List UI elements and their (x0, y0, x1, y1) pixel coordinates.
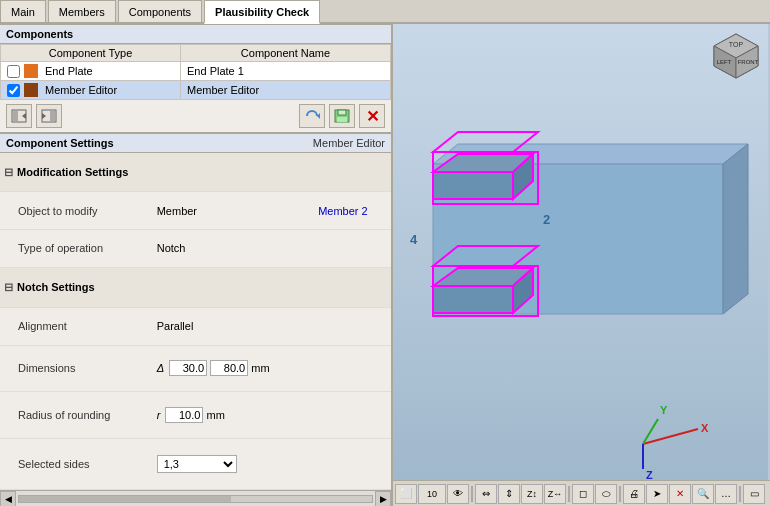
save-button[interactable] (329, 104, 355, 128)
svg-text:LEFT: LEFT (717, 59, 732, 65)
cursor-button[interactable]: ✕ (669, 484, 691, 504)
group-notch: ⊟ Notch Settings (0, 267, 391, 307)
tabs-bar: Main Members Components Plausibility Che… (0, 0, 770, 24)
prop-object-label: Object to modify (0, 192, 153, 230)
col-name-header: Component Name (181, 45, 391, 62)
zoom-button[interactable]: 🔍 (692, 484, 714, 504)
setting-row-alignment: Alignment Parallel (0, 307, 391, 345)
frame-button[interactable]: ⬜ (395, 484, 417, 504)
settings-table: ⊟ Modification Settings Object to modify… (0, 153, 391, 490)
radius-input[interactable] (165, 407, 203, 423)
tab-main[interactable]: Main (0, 0, 46, 22)
settings-header: Component Settings Member Editor (0, 133, 391, 153)
setting-row-operation: Type of operation Notch (0, 230, 391, 268)
sides-select[interactable]: 1,3 (157, 455, 237, 473)
cylinder-button[interactable]: ⬭ (595, 484, 617, 504)
z-layer2-button[interactable]: Z↔ (544, 484, 566, 504)
nav-cube[interactable]: TOP LEFT FRONT (712, 32, 760, 80)
prop-object-value: Member (153, 192, 314, 230)
tab-members[interactable]: Members (48, 0, 116, 22)
svg-text:2: 2 (543, 212, 550, 227)
svg-text:FRONT: FRONT (738, 59, 759, 65)
arrow-right-button[interactable]: ➤ (646, 484, 668, 504)
group-modification: ⊟ Modification Settings (0, 153, 391, 192)
expand-modification-icon[interactable]: ⊟ (4, 166, 14, 179)
group-notch-label: Notch Settings (17, 281, 95, 293)
prop-alignment-label: Alignment (0, 307, 153, 345)
scroll-right-button[interactable]: ▶ (375, 491, 391, 507)
move-right-button[interactable] (36, 104, 62, 128)
icon-brown-1 (24, 83, 38, 97)
delta-symbol: Δ (157, 362, 164, 374)
delete-button[interactable]: ✕ (359, 104, 385, 128)
separator-2 (568, 486, 570, 502)
dim-input-1[interactable] (169, 360, 207, 376)
left-panel: Components Component Type Component Name (0, 24, 393, 506)
settings-title: Component Settings (6, 137, 114, 149)
dim-input-2[interactable] (210, 360, 248, 376)
prop-sides-label: Selected sides (0, 438, 153, 489)
3d-scene: 4 2 X Y Z (393, 24, 768, 484)
components-section: Components Component Type Component Name (0, 24, 391, 133)
arrows-h-button[interactable]: ⇔ (475, 484, 497, 504)
checkbox-endplate[interactable] (7, 65, 20, 78)
group-modification-label: Modification Settings (17, 166, 128, 178)
prop-dimensions-value: Δ mm (153, 345, 314, 392)
svg-text:TOP: TOP (729, 41, 744, 48)
bottom-scrollbar[interactable]: ◀ ▶ (0, 490, 391, 506)
fullscreen-button[interactable]: ▭ (743, 484, 765, 504)
nav-cube-svg: TOP LEFT FRONT (712, 32, 760, 80)
svg-text:X: X (701, 422, 709, 434)
expand-notch-icon[interactable]: ⊟ (4, 281, 14, 294)
component-name-1: End Plate 1 (181, 62, 391, 81)
settings-subtitle: Member Editor (313, 137, 385, 149)
box-button[interactable]: ◻ (572, 484, 594, 504)
move-left-button[interactable] (6, 104, 32, 128)
scroll-track[interactable] (18, 495, 373, 503)
svg-rect-9 (337, 117, 347, 122)
cell-type-1: End Plate (7, 64, 174, 78)
table-row[interactable]: Member Editor Member Editor (1, 81, 391, 100)
component-name-2: Member Editor (181, 81, 391, 100)
svg-text:4: 4 (410, 232, 418, 247)
prop-alignment-value: Parallel (153, 307, 391, 345)
component-type-1: End Plate (45, 65, 93, 77)
recycle-button[interactable] (299, 104, 325, 128)
components-header: Components (0, 24, 391, 44)
separator-1 (471, 486, 473, 502)
scroll-thumb (19, 496, 231, 502)
tab-components[interactable]: Components (118, 0, 202, 22)
scroll-left-button[interactable]: ◀ (0, 491, 16, 507)
separator-3 (619, 486, 621, 502)
icon-orange-1 (24, 64, 38, 78)
viewport-3d[interactable]: 4 2 X Y Z TOP (393, 24, 770, 480)
zoom-level-button[interactable]: 10 (418, 484, 446, 504)
svg-rect-1 (13, 111, 18, 121)
svg-marker-14 (433, 172, 513, 199)
dim-unit-1: mm (251, 362, 269, 374)
svg-marker-5 (42, 113, 46, 119)
more-button[interactable]: … (715, 484, 737, 504)
prop-sides-value: 1,3 (153, 438, 314, 489)
checkbox-member-editor[interactable] (7, 84, 20, 97)
svg-rect-4 (50, 111, 55, 121)
arrows-v-button[interactable]: ⇕ (498, 484, 520, 504)
svg-text:Y: Y (660, 404, 668, 416)
component-type-2: Member Editor (45, 84, 117, 96)
component-settings-section: Component Settings Member Editor ⊟ Modif… (0, 133, 391, 506)
print-button[interactable]: 🖨 (623, 484, 645, 504)
tab-plausibility-check[interactable]: Plausibility Check (204, 0, 320, 24)
r-symbol: r (157, 409, 161, 421)
table-row[interactable]: End Plate End Plate 1 (1, 62, 391, 81)
z-layer-button[interactable]: Z↕ (521, 484, 543, 504)
eye-button[interactable]: 👁 (447, 484, 469, 504)
separator-4 (739, 486, 741, 502)
svg-rect-8 (338, 110, 346, 115)
prop-operation-label: Type of operation (0, 230, 153, 268)
prop-object-value2: Member 2 (314, 192, 391, 230)
main-layout: Components Component Type Component Name (0, 24, 770, 506)
prop-operation-value: Notch (153, 230, 391, 268)
components-table: Component Type Component Name End Plate (0, 44, 391, 100)
svg-marker-2 (22, 113, 26, 119)
prop-dimensions-label: Dimensions (0, 345, 153, 392)
